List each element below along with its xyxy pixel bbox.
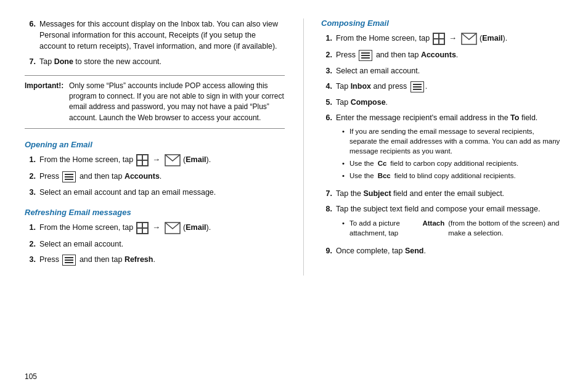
composing-2-content: Press and then tap Accounts.	[336, 49, 563, 61]
menu-icon-3	[359, 50, 372, 61]
opening-item-2: 2. Press and then tap Accounts.	[25, 171, 285, 182]
important-label: Important!:	[25, 81, 67, 124]
composing-item-1: 1. From the Home screen, tap → (Email).	[321, 33, 563, 45]
composing-item-6: 6. Enter the message recipient's email a…	[321, 112, 563, 184]
opening-item-1: 1. From the Home screen, tap → (Email).	[25, 154, 285, 166]
refreshing-item-1: 1. From the Home screen, tap → (Email).	[25, 222, 285, 234]
item-7-text-suffix: to store the new account.	[73, 57, 161, 66]
composing-5-content: Tap Compose.	[336, 97, 563, 108]
item-7-bold: Done	[54, 57, 73, 66]
refreshing-2-content: Select an email account.	[39, 239, 285, 250]
composing-item-5: 5. Tap Compose.	[321, 97, 563, 108]
email-label: Email	[186, 155, 206, 164]
to-label: To	[510, 113, 519, 122]
composing-item-2: 2. Press and then tap Accounts.	[321, 49, 563, 61]
item-7-content: Tap Done to store the new account.	[39, 56, 285, 67]
opening-item-3: 3. Select an email account and tap an em…	[25, 187, 285, 198]
inbox-label: Inbox	[351, 82, 371, 91]
accounts-label: Accounts	[125, 172, 160, 181]
composing-9-num: 9.	[321, 245, 332, 256]
section-refreshing-title: Refreshing Email messages	[25, 208, 285, 217]
composing-9-content: Once complete, tap Send.	[336, 245, 563, 256]
section-composing: Composing Email 1. From the Home screen,…	[321, 18, 563, 256]
compose-label: Compose	[351, 98, 386, 107]
arrow-icon: →	[152, 154, 160, 166]
email-label-3: Email	[482, 34, 502, 43]
opening-2-num: 2.	[25, 171, 36, 182]
composing-item-3: 3. Select an email account.	[321, 65, 563, 76]
opening-1-content: From the Home screen, tap → (Email).	[39, 154, 285, 166]
bcc-label: Bcc	[378, 171, 391, 181]
accounts-label-2: Accounts	[421, 51, 456, 59]
composing-item-7: 7. Tap the Subject field and enter the e…	[321, 188, 563, 199]
send-label: Send	[405, 247, 424, 255]
menu-icon-4	[410, 81, 424, 92]
refreshing-list: 1. From the Home screen, tap → (Email).	[25, 222, 285, 266]
composing-item-8: 8. Tap the subject text field and compos…	[321, 203, 563, 240]
refreshing-item-3: 3. Press and then tap Refresh.	[25, 254, 285, 266]
bullet-6-3: Use the Bcc field to blind copy addition…	[342, 171, 563, 181]
refreshing-1-content: From the Home screen, tap → (Email).	[39, 222, 285, 234]
refreshing-1-num: 1.	[25, 222, 36, 234]
bullet-8-1: To add a picture attachment, tap Attach …	[342, 218, 563, 238]
composing-item-9: 9. Once complete, tap Send.	[321, 245, 563, 256]
item-6-num: 6.	[25, 18, 36, 52]
section-opening: Opening an Email 1. From the Home screen…	[25, 140, 285, 198]
opening-1-num: 1.	[25, 154, 36, 166]
refreshing-3-content: Press and then tap Refresh.	[39, 254, 285, 266]
refreshing-3-num: 3.	[25, 254, 36, 266]
refresh-label: Refresh	[125, 255, 153, 264]
apps-icon	[136, 154, 149, 166]
menu-icon	[62, 171, 76, 182]
email-label-2: Email	[186, 223, 206, 232]
composing-7-content: Tap the Subject field and enter the emai…	[336, 188, 563, 199]
item-7-text-prefix: Tap	[39, 57, 54, 66]
composing-3-num: 3.	[321, 65, 332, 76]
composing-4-num: 4.	[321, 81, 332, 92]
composing-1-num: 1.	[321, 33, 332, 45]
composing-list: 1. From the Home screen, tap → (Email).	[321, 33, 563, 256]
menu-icon-2	[62, 255, 76, 266]
email-icon	[165, 154, 181, 166]
section-opening-title: Opening an Email	[25, 140, 285, 149]
composing-8-content: Tap the subject text field and compose y…	[336, 203, 563, 240]
important-text: Only some “Plus” accounts include POP ac…	[69, 81, 285, 124]
composing-item-4: 4. Tap Inbox and press .	[321, 81, 563, 92]
section-composing-title: Composing Email	[321, 18, 563, 28]
composing-8-num: 8.	[321, 203, 332, 240]
bullets-8: To add a picture attachment, tap Attach …	[342, 218, 563, 238]
bullets-6: If you are sending the email message to …	[342, 126, 563, 181]
email-icon-2	[165, 222, 181, 234]
item-7-list: 7. Tap Done to store the new account.	[25, 56, 285, 67]
page-number: 105	[25, 372, 37, 381]
item-6: 6. Messages for this account display on …	[25, 18, 285, 52]
composing-2-num: 2.	[321, 49, 332, 61]
important-box: Important!: Only some “Plus” accounts in…	[25, 75, 285, 129]
arrow-icon-2: →	[152, 222, 160, 234]
opening-list: 1. From the Home screen, tap → (Email).	[25, 154, 285, 198]
apps-icon-3	[433, 33, 445, 45]
left-column: 6. Messages for this account display on …	[25, 18, 285, 276]
composing-4-content: Tap Inbox and press .	[336, 81, 563, 92]
item-6-content: Messages for this account display on the…	[39, 18, 285, 52]
opening-3-num: 3.	[25, 187, 36, 198]
apps-icon-2	[136, 222, 149, 234]
arrow-icon-3: →	[449, 33, 457, 44]
opening-2-content: Press and then tap Accounts.	[39, 171, 285, 182]
refreshing-2-num: 2.	[25, 239, 36, 250]
composing-7-num: 7.	[321, 188, 332, 199]
composing-6-num: 6.	[321, 112, 332, 184]
subject-label: Subject	[363, 189, 391, 198]
item-6-list: 6. Messages for this account display on …	[25, 18, 285, 52]
item-7: 7. Tap Done to store the new account.	[25, 56, 285, 67]
item-7-num: 7.	[25, 56, 36, 67]
section-refreshing: Refreshing Email messages 1. From the Ho…	[25, 208, 285, 266]
composing-5-num: 5.	[321, 97, 332, 108]
composing-3-content: Select an email account.	[336, 65, 563, 76]
composing-1-content: From the Home screen, tap → (Email).	[336, 33, 563, 45]
bullet-6-2: Use the Cc field to carbon copy addition…	[342, 158, 563, 168]
email-icon-3	[461, 33, 477, 45]
cc-label: Cc	[378, 158, 387, 168]
attach-label: Attach	[422, 218, 444, 238]
refreshing-item-2: 2. Select an email account.	[25, 239, 285, 250]
